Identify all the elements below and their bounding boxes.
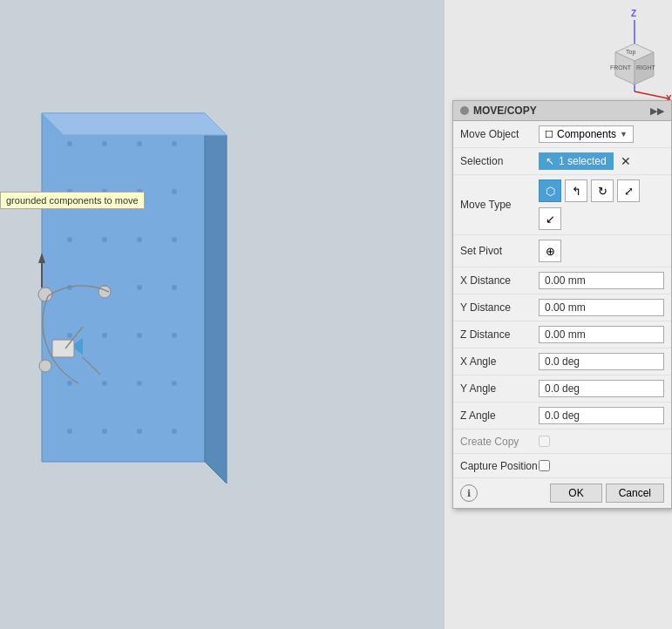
svg-point-12 (102, 237, 107, 242)
svg-point-24 (102, 381, 107, 386)
svg-point-30 (172, 429, 177, 434)
panel-body: Move Object ☐ Components ▼ Selection ↖ 1… (453, 121, 671, 508)
y-angle-row: Y Angle (453, 375, 671, 402)
svg-point-6 (172, 141, 177, 146)
z-angle-input[interactable] (539, 407, 664, 424)
move-object-dropdown[interactable]: ☐ Components ▼ (539, 125, 634, 143)
y-distance-label: Y Distance (460, 301, 539, 314)
set-pivot-label: Set Pivot (460, 245, 539, 257)
svg-text:FRONT: FRONT (610, 64, 632, 71)
z-distance-input[interactable] (539, 326, 664, 343)
panel-header: MOVE/COPY ▶▶ (453, 101, 671, 121)
3d-viewport[interactable]: grounded components to move (0, 0, 445, 629)
capture-position-row: Capture Position (453, 454, 671, 478)
cursor-icon: ↖ (546, 155, 554, 167)
dropdown-arrow-icon: ▼ (620, 130, 628, 139)
selection-label: Selection (460, 155, 539, 167)
svg-point-3 (67, 141, 72, 146)
ok-button[interactable]: OK (550, 484, 601, 503)
info-icon[interactable]: ℹ (460, 484, 478, 502)
svg-text:Z: Z (631, 9, 636, 18)
move-extra-icon-btn[interactable]: ↙ (539, 207, 561, 230)
tooltip: grounded components to move (0, 192, 145, 209)
svg-point-17 (137, 285, 142, 290)
move-type-label: Move Type (460, 199, 539, 211)
pivot-icon-btn[interactable]: ⊕ (539, 240, 561, 262)
svg-point-11 (67, 237, 72, 242)
z-angle-row: Z Angle (453, 402, 671, 429)
svg-point-20 (102, 333, 107, 338)
x-angle-label: X Angle (460, 355, 539, 368)
x-distance-input[interactable] (539, 272, 664, 289)
svg-text:Top: Top (626, 49, 635, 56)
svg-point-14 (172, 237, 177, 242)
move-copy-panel: MOVE/COPY ▶▶ Move Object ☐ Components ▼ … (452, 100, 672, 509)
create-copy-label: Create Copy (460, 436, 539, 448)
x-distance-row: X Distance (453, 267, 671, 294)
create-copy-row: Create Copy (453, 429, 671, 454)
x-distance-label: X Distance (460, 274, 539, 287)
svg-point-18 (172, 285, 177, 290)
svg-point-25 (137, 381, 142, 386)
svg-point-28 (102, 429, 107, 434)
svg-point-36 (39, 360, 51, 372)
y-distance-input[interactable] (539, 299, 664, 316)
panel-footer: ℹ OK Cancel (453, 478, 671, 508)
move-object-row: Move Object ☐ Components ▼ (453, 121, 671, 148)
components-checkbox-icon: ☐ (545, 129, 553, 140)
create-copy-checkbox[interactable] (539, 436, 550, 447)
svg-text:RIGHT: RIGHT (636, 64, 656, 71)
svg-point-22 (172, 333, 177, 338)
y-angle-input[interactable] (539, 380, 664, 397)
svg-point-21 (137, 333, 142, 338)
selection-clear-button[interactable]: ✕ (621, 154, 631, 168)
svg-point-5 (137, 141, 142, 146)
move-type-row: Move Type ⬡ ↰ ↻ ⤢ ↙ (453, 175, 671, 235)
z-distance-row: Z Distance (453, 321, 671, 348)
svg-point-29 (137, 429, 142, 434)
move-object-label: Move Object (460, 128, 539, 140)
y-distance-row: Y Distance (453, 294, 671, 321)
move-rotate-icon-btn[interactable]: ↰ (565, 179, 587, 202)
selection-button[interactable]: ↖ 1 selected (539, 152, 614, 170)
svg-marker-2 (42, 113, 227, 135)
panel-expand-arrows[interactable]: ▶▶ (650, 105, 664, 117)
svg-point-19 (67, 333, 72, 338)
panel-header-icon (460, 106, 469, 115)
x-angle-row: X Angle (453, 348, 671, 375)
svg-point-23 (67, 381, 72, 386)
panel-title: MOVE/COPY (473, 105, 537, 117)
nav-cube[interactable]: Z X Top FRONT RIGHT (589, 4, 668, 100)
selection-count: 1 selected (559, 155, 607, 167)
set-pivot-row: Set Pivot ⊕ (453, 235, 671, 267)
svg-point-26 (172, 381, 177, 386)
move-object-value: Components (557, 128, 616, 140)
z-angle-label: Z Angle (460, 409, 539, 422)
selection-row: Selection ↖ 1 selected ✕ (453, 148, 671, 175)
svg-point-13 (137, 237, 142, 242)
move-translate-icon-btn[interactable]: ⬡ (539, 179, 561, 202)
svg-point-10 (172, 189, 177, 194)
svg-point-4 (102, 141, 107, 146)
move-type-icons: ⬡ ↰ ↻ ⤢ ↙ (539, 179, 664, 230)
svg-point-27 (67, 429, 72, 434)
capture-position-checkbox[interactable] (539, 460, 550, 471)
move-scale-icon-btn[interactable]: ⤢ (617, 179, 640, 202)
move-rotate2-icon-btn[interactable]: ↻ (591, 179, 614, 202)
cancel-button[interactable]: Cancel (606, 484, 664, 503)
svg-marker-1 (205, 113, 227, 484)
x-angle-input[interactable] (539, 353, 664, 370)
action-buttons: OK Cancel (550, 484, 664, 503)
capture-position-label: Capture Position (460, 460, 539, 472)
svg-line-42 (635, 91, 668, 98)
y-angle-label: Y Angle (460, 382, 539, 395)
z-distance-label: Z Distance (460, 328, 539, 341)
